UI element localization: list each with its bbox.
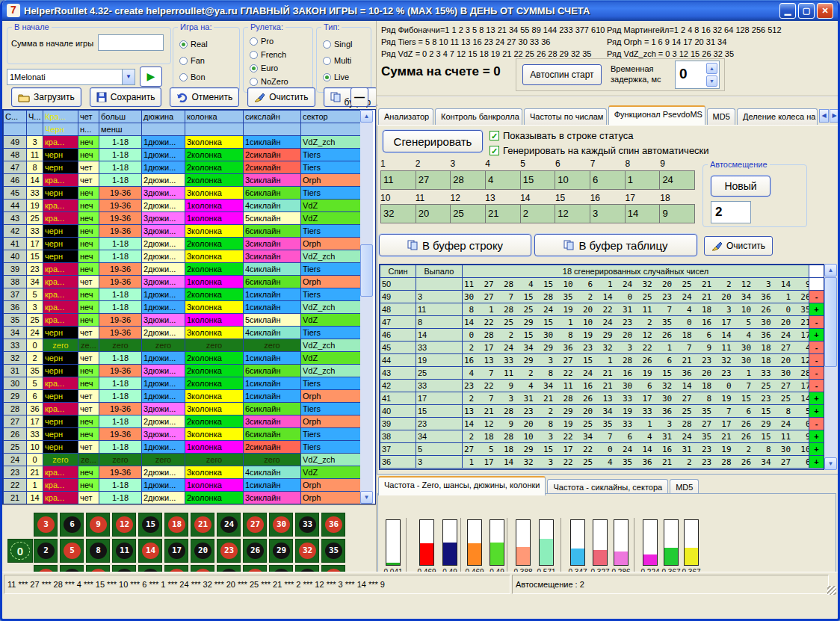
resize-grip[interactable] xyxy=(827,586,836,595)
checkbox-autogen[interactable]: ✓ Генерировать на каждый спин автоматиче… xyxy=(490,145,709,156)
collapse-panel-button[interactable]: — xyxy=(350,87,368,107)
radio-euro[interactable]: Euro xyxy=(250,64,278,72)
table-row[interactable]: 2510чернчет1-181дюжи...1колонка2сиклайнT… xyxy=(4,441,361,454)
scroll-up-icon[interactable]: ▲ xyxy=(824,264,837,276)
autospin-start-button[interactable]: Автоспин старт xyxy=(522,64,602,85)
table-row[interactable]: 2321кра...неч19-362дюжи...3колонка4сикла… xyxy=(4,466,361,479)
play-button[interactable]: ▶ xyxy=(140,67,162,87)
radio-pro[interactable]: Pro xyxy=(250,37,274,46)
tab-md5[interactable]: MD5 xyxy=(707,108,735,125)
table-row[interactable]: 4117 2 7 3 31 21 28 26 13 33 17 30 27 8 … xyxy=(380,392,824,405)
roulette-cell-15[interactable]: 15 xyxy=(138,513,162,537)
table-row[interactable]: 4533 2 17 24 34 29 36 23 32 3 22 1 7 9 1… xyxy=(380,342,824,354)
table-row[interactable]: 2717черннеч1-182дюжи...2колонка3сиклайнO… xyxy=(4,415,361,428)
table-row[interactable]: 296чернчет1-181дюжи...3колонка1сиклайнOr… xyxy=(4,390,361,403)
table-row[interactable]: 3923кра...неч19-362дюжи...2колонка4сикла… xyxy=(4,263,361,276)
scrollbar-thumb[interactable] xyxy=(360,244,373,297)
spin-up-icon[interactable]: ▲ xyxy=(706,63,717,74)
table-row[interactable]: 423323 22 9 4 34 11 16 21 30 6 32 14 18 … xyxy=(380,380,824,392)
spins-table-scrollbar[interactable]: ▲ ▼ xyxy=(360,110,373,504)
table-row[interactable]: 3834кра...чет19-363дюжи...1колонка6сикла… xyxy=(4,276,361,288)
table-row[interactable]: 4325кра...неч19-363дюжи...1колонка5сикла… xyxy=(4,212,361,225)
table-row[interactable]: 493кра...неч1-181дюжи...3колонка1сиклайн… xyxy=(4,136,361,149)
table-row[interactable]: 4233черннеч19-363дюжи...3колонка6сиклайн… xyxy=(4,225,361,238)
preset-combobox[interactable]: 1Melonati ▼ xyxy=(7,69,135,85)
radio-live[interactable]: Live xyxy=(323,72,349,81)
copy-table-button[interactable]: В буфер таблицу xyxy=(534,234,697,256)
roulette-cell-29[interactable]: 29 xyxy=(269,539,293,563)
roulette-cell-6[interactable]: 6 xyxy=(60,513,84,537)
table-row[interactable]: 363 1 17 14 32 3 22 25 4 35 36 21 2 23 2… xyxy=(380,456,824,469)
maximize-button[interactable]: ▢ xyxy=(798,3,815,19)
table-row[interactable]: 4811 8 1 28 25 24 19 20 22 31 11 7 4 18 … xyxy=(380,303,824,316)
table-row[interactable]: 240zeroze...zerozerozerozeroVdZ_zch xyxy=(4,454,361,466)
table-row[interactable]: 4533черннеч19-363дюжи...3колонка6сиклайн… xyxy=(4,187,361,200)
radio-french[interactable]: French xyxy=(250,50,286,59)
clear-button[interactable]: Очистить xyxy=(704,236,773,256)
roulette-cell-30[interactable]: 30 xyxy=(269,513,293,537)
generated-table-scrollbar[interactable]: ▲ ▼ xyxy=(824,264,837,470)
tab-анализатор[interactable]: Анализатор xyxy=(378,108,433,125)
roulette-cell-11[interactable]: 11 xyxy=(112,539,136,563)
roulette-cell-23[interactable]: 23 xyxy=(217,539,241,563)
scroll-down-icon[interactable]: ▼ xyxy=(824,457,837,470)
radio-real[interactable]: Real xyxy=(179,40,208,49)
roulette-cell-24[interactable]: 24 xyxy=(217,513,241,537)
scrollbar-thumb[interactable] xyxy=(824,277,837,367)
roulette-cell-18[interactable]: 18 xyxy=(164,513,188,537)
copy-row-button[interactable]: В буфер строку xyxy=(379,234,531,256)
roulette-cell-33[interactable]: 33 xyxy=(295,513,319,537)
table-row[interactable]: 2836кра...чет19-363дюжи...3колонка6сикла… xyxy=(4,403,361,415)
table-row[interactable]: 49330 27 7 15 28 35 2 14 0 25 23 24 21 2… xyxy=(380,291,824,303)
radio-multi[interactable]: Multi xyxy=(323,56,351,65)
table-row[interactable]: 3135черннеч19-363дюжи...2колонка6сиклайн… xyxy=(4,365,361,377)
freq-tab-частота-zero-шансы-дюжины-колонки[interactable]: Частота - Zero, шансы, дюжины, колонки xyxy=(378,476,546,495)
delay-spinner[interactable]: 0 ▲ ▼ xyxy=(675,61,720,89)
table-row[interactable]: 375кра...неч1-181дюжи...2колонка1сиклайн… xyxy=(4,288,361,301)
radio-singl[interactable]: Singl xyxy=(323,40,352,49)
roulette-cell-26[interactable]: 26 xyxy=(243,539,267,563)
roulette-cell-3[interactable]: 3 xyxy=(34,513,58,537)
roulette-cell-14[interactable]: 14 xyxy=(138,539,162,563)
roulette-cell-27[interactable]: 27 xyxy=(243,513,267,537)
start-sum-input[interactable] xyxy=(98,34,164,51)
checkbox-show-status[interactable]: ✓ Показывать в строке статуса xyxy=(490,130,634,141)
roulette-cell-12[interactable]: 12 xyxy=(112,513,136,537)
scroll-up-icon[interactable]: ▲ xyxy=(360,110,373,123)
title-bar[interactable]: 7 HelperRoullet 4.32- create helperroull… xyxy=(2,0,838,21)
table-row[interactable]: 4419кра...неч19-362дюжи...1колонка4сикла… xyxy=(4,200,361,212)
toolbar-button-floppy[interactable]: Сохранить xyxy=(90,87,162,107)
roulette-cell-20[interactable]: 20 xyxy=(191,539,214,563)
table-row[interactable]: 2633черннеч19-363дюжи...3колонка6сиклайн… xyxy=(4,428,361,441)
radio-fan[interactable]: Fan xyxy=(179,56,205,65)
chevron-down-icon[interactable]: ▼ xyxy=(122,69,135,84)
table-row[interactable]: 4811черннеч1-181дюжи...2колонка2сиклайнT… xyxy=(4,149,361,161)
radio-nozero[interactable]: NoZero xyxy=(250,77,288,86)
table-row[interactable]: 4614 0 28 2 15 30 8 19 29 20 12 26 18 6 … xyxy=(380,329,824,342)
new-shift-button[interactable]: Новый xyxy=(711,176,770,197)
autoshift-value[interactable]: 2 xyxy=(711,201,751,223)
table-row[interactable]: 4117черннеч1-182дюжи...2колонка3сиклайнO… xyxy=(4,238,361,250)
toolbar-button-brush[interactable]: Очистить xyxy=(247,87,315,107)
roulette-cell-17[interactable]: 17 xyxy=(164,539,188,563)
roulette-cell-5[interactable]: 5 xyxy=(60,539,84,563)
tab-частоты-по-числам[interactable]: Частоты по числам xyxy=(524,108,607,125)
tab-деление-колеса-на[interactable]: Деление колеса на xyxy=(737,108,818,125)
close-button[interactable]: ✕ xyxy=(817,3,833,19)
roulette-cell-2[interactable]: 2 xyxy=(34,539,58,563)
roulette-cell-36[interactable]: 36 xyxy=(321,513,345,537)
table-row[interactable]: 401513 21 28 23 2 29 20 34 19 33 36 25 3… xyxy=(380,405,824,418)
scroll-down-icon[interactable]: ▼ xyxy=(360,491,373,504)
toolbar-button-folder[interactable]: Загрузить xyxy=(11,87,81,107)
table-row[interactable]: 47814 22 25 29 15 1 10 24 23 2 35 0 16 1… xyxy=(380,316,824,329)
table-row[interactable]: 363кра...неч1-181дюжи...3колонка1сиклайн… xyxy=(4,301,361,314)
tab-scroll-left-icon[interactable]: ◀ xyxy=(819,109,829,123)
table-row[interactable]: 4015черннеч1-182дюжи...3колонка3сиклайнV… xyxy=(4,250,361,263)
tab-функционал-psevdoms[interactable]: Функционал PsevdoMS xyxy=(608,105,705,125)
table-row[interactable]: 3525кра...неч19-363дюжи...1колонка5сикла… xyxy=(4,314,361,327)
roulette-cell-35[interactable]: 35 xyxy=(321,539,345,563)
table-row[interactable]: 330zeroze...zerozerozerozeroVdZ_zch xyxy=(4,339,361,352)
table-row[interactable]: 322чернчет1-181дюжи...2колонка1сиклайнVd… xyxy=(4,352,361,365)
roulette-cell-32[interactable]: 32 xyxy=(295,539,319,563)
table-row[interactable]: 305кра...неч1-181дюжи...2колонка1сиклайн… xyxy=(4,377,361,390)
